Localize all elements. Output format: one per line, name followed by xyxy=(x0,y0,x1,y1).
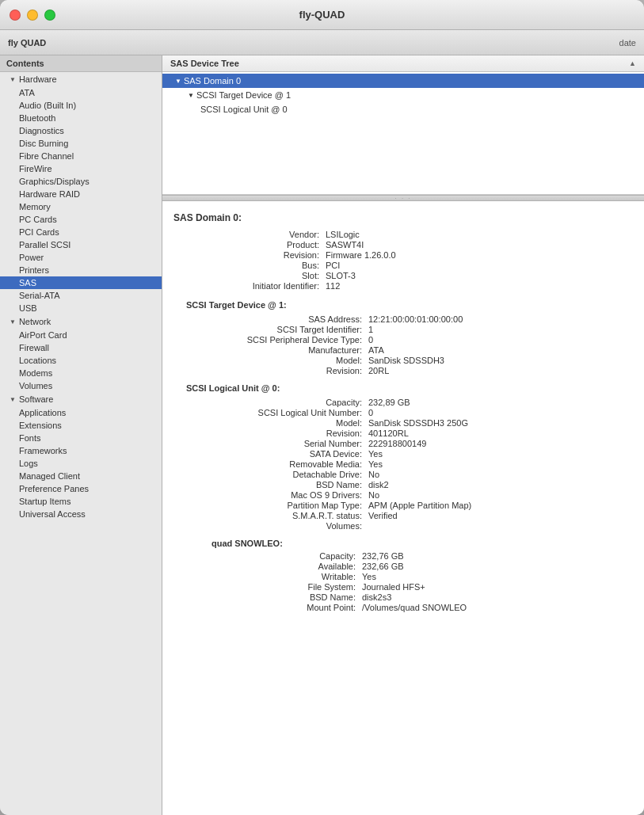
window-controls xyxy=(10,10,55,21)
sidebar-item-sas[interactable]: SAS xyxy=(0,276,162,289)
sidebar-item-usb[interactable]: USB xyxy=(0,302,162,314)
sidebar-item-graphics[interactable]: Graphics/Displays xyxy=(0,175,162,188)
field-smart-value: Verified xyxy=(368,511,633,520)
field-revision3-label: Revision: xyxy=(199,428,365,438)
field-sas-address-value: 12:21:00:00:01:00:00:00 xyxy=(368,314,633,324)
sidebar-item-extensions[interactable]: Extensions xyxy=(0,419,162,432)
triangle-icon-software: ▼ xyxy=(10,396,16,403)
scsi-target-fields: SAS Address: 12:21:00:00:01:00:00:00 SCS… xyxy=(199,314,633,375)
resize-handle[interactable]: · · · xyxy=(162,195,644,201)
sidebar-section-hardware-label: Hardware xyxy=(19,74,57,84)
sidebar-item-universal-access[interactable]: Universal Access xyxy=(0,508,162,520)
field-model-label: Model: xyxy=(199,356,365,365)
field-revision3-value: 401120RL xyxy=(368,428,633,438)
field-volumes-value xyxy=(368,521,633,531)
scsi-logical-fields: Capacity: 232,89 GB SCSI Logical Unit Nu… xyxy=(199,398,633,531)
sidebar-item-firewall[interactable]: Firewall xyxy=(0,341,162,354)
sidebar-section-hardware[interactable]: ▼ Hardware xyxy=(0,72,162,86)
titlebar: fly-QUAD xyxy=(0,0,644,30)
field-slot-value: SLOT-3 xyxy=(326,271,633,280)
main-area: Contents ▼ Hardware ATA Audio (Built In)… xyxy=(0,55,644,815)
field-model2-value: SanDisk SDSSDH3 250G xyxy=(368,418,633,428)
field-vendor-value: LSILogic xyxy=(326,230,633,239)
sidebar-item-serial-ata[interactable]: Serial-ATA xyxy=(0,289,162,302)
tree-row-scsi-logical[interactable]: SCSI Logical Unit @ 0 xyxy=(162,102,644,116)
field-vol-filesystem-label: File System: xyxy=(224,582,359,592)
sidebar-item-audio[interactable]: Audio (Built In) xyxy=(0,99,162,112)
tree-row-domain[interactable]: ▼ SAS Domain 0 xyxy=(162,74,644,88)
field-initiator-label: Initiator Identifier: xyxy=(180,281,322,291)
field-vol-mount-label: Mount Point: xyxy=(224,603,359,612)
sidebar-item-frameworks[interactable]: Frameworks xyxy=(0,444,162,457)
tree-row-scsi-target[interactable]: ▼ SCSI Target Device @ 1 xyxy=(162,88,644,102)
field-product-label: Product: xyxy=(180,240,322,249)
field-model-value: SanDisk SDSSDH3 xyxy=(368,356,633,365)
field-smart-label: S.M.A.R.T. status: xyxy=(199,511,365,520)
field-partition-label: Partition Map Type: xyxy=(199,501,365,510)
sidebar-item-airport[interactable]: AirPort Card xyxy=(0,329,162,341)
sidebar-item-printers[interactable]: Printers xyxy=(0,264,162,276)
field-revision2-value: 20RL xyxy=(368,366,633,375)
window-title: fly-QUAD xyxy=(299,9,345,21)
sidebar-item-fibre-channel[interactable]: Fibre Channel xyxy=(0,150,162,162)
sidebar-section-network-label: Network xyxy=(19,317,51,326)
sidebar-item-preference-panes[interactable]: Preference Panes xyxy=(0,482,162,495)
sidebar-item-hardware-raid[interactable]: Hardware RAID xyxy=(0,188,162,200)
sidebar-item-startup-items[interactable]: Startup Items xyxy=(0,495,162,508)
toolbar: fly QUAD date xyxy=(0,30,644,55)
sidebar-item-parallel-scsi[interactable]: Parallel SCSI xyxy=(0,238,162,251)
field-sata-value: Yes xyxy=(368,449,633,459)
scsi-logical-title: SCSI Logical Unit @ 0: xyxy=(186,383,633,393)
field-bus-value: PCI xyxy=(326,261,633,270)
sidebar-item-power[interactable]: Power xyxy=(0,251,162,264)
sidebar-item-diagnostics[interactable]: Diagnostics xyxy=(0,124,162,137)
volume-title: quad SNOWLEO: xyxy=(211,539,633,548)
sidebar-item-applications[interactable]: Applications xyxy=(0,406,162,419)
volume-fields: Capacity: 232,76 GB Available: 232,66 GB… xyxy=(224,551,633,612)
tree-label-domain: SAS Domain 0 xyxy=(184,76,241,86)
sidebar-item-fonts[interactable]: Fonts xyxy=(0,432,162,444)
field-scsi-peripheral-value: 0 xyxy=(368,335,633,345)
field-product-value: SASWT4I xyxy=(326,240,633,249)
sidebar-item-disc-burning[interactable]: Disc Burning xyxy=(0,137,162,150)
field-lun-label: SCSI Logical Unit Number: xyxy=(199,408,365,417)
maximize-button[interactable] xyxy=(44,10,55,21)
sidebar-item-bluetooth[interactable]: Bluetooth xyxy=(0,112,162,124)
field-serial-value: 222918800149 xyxy=(368,439,633,448)
field-vol-writable-value: Yes xyxy=(362,572,633,581)
app-name: fly QUAD xyxy=(8,38,46,48)
field-revision-label: Revision: xyxy=(180,250,322,260)
field-vol-mount-value: /Volumes/quad SNOWLEO xyxy=(362,603,633,612)
field-removable-label: Removable Media: xyxy=(199,459,365,469)
sidebar-item-modems[interactable]: Modems xyxy=(0,367,162,379)
sidebar-item-pc-cards[interactable]: PC Cards xyxy=(0,213,162,226)
minimize-button[interactable] xyxy=(27,10,38,21)
sidebar-item-locations[interactable]: Locations xyxy=(0,354,162,367)
field-vol-bsd-label: BSD Name: xyxy=(224,592,359,602)
expand-icon-target: ▼ xyxy=(188,92,194,99)
main-window: fly-QUAD fly QUAD date Contents ▼ Hardwa… xyxy=(0,0,644,815)
sidebar-section-network[interactable]: ▼ Network xyxy=(0,314,162,329)
sidebar-item-memory[interactable]: Memory xyxy=(0,200,162,213)
field-capacity-label: Capacity: xyxy=(199,398,365,407)
sidebar-item-managed-client[interactable]: Managed Client xyxy=(0,470,162,482)
field-bsd-value: disk2 xyxy=(368,480,633,489)
close-button[interactable] xyxy=(10,10,21,21)
field-vol-capacity-value: 232,76 GB xyxy=(362,551,633,561)
sidebar-item-volumes[interactable]: Volumes xyxy=(0,379,162,392)
field-macos9-value: No xyxy=(368,490,633,500)
scroll-indicator: ▲ xyxy=(629,59,636,67)
field-slot-label: Slot: xyxy=(180,271,322,280)
toolbar-date: date xyxy=(619,38,636,48)
sidebar-item-logs[interactable]: Logs xyxy=(0,457,162,470)
sidebar-item-firewire[interactable]: FireWire xyxy=(0,162,162,175)
content-header: SAS Device Tree ▲ xyxy=(162,55,644,72)
field-initiator-value: 112 xyxy=(326,281,633,291)
tree-label-scsi-logical: SCSI Logical Unit @ 0 xyxy=(200,105,288,114)
field-volumes-label: Volumes: xyxy=(199,521,365,531)
field-manufacturer-label: Manufacturer: xyxy=(199,345,365,355)
sidebar-item-pci-cards[interactable]: PCI Cards xyxy=(0,226,162,238)
sidebar-section-software[interactable]: ▼ Software xyxy=(0,392,162,406)
field-vol-writable-label: Writable: xyxy=(224,572,359,581)
sidebar-item-ata[interactable]: ATA xyxy=(0,86,162,99)
